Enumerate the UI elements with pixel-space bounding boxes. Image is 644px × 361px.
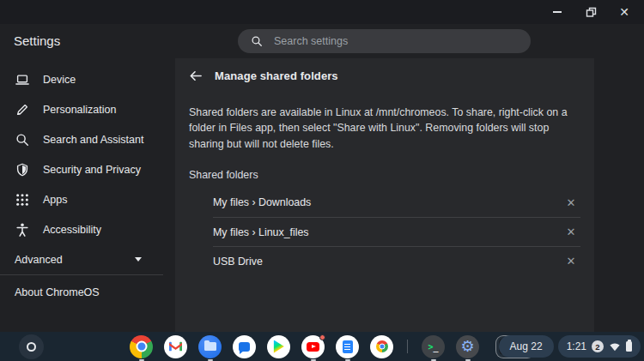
advanced-label: Advanced	[15, 254, 63, 266]
accessibility-icon	[15, 222, 30, 238]
restore-button[interactable]	[585, 6, 597, 18]
sidebar-item-device[interactable]: Device	[0, 64, 175, 94]
launcher-button[interactable]	[19, 334, 44, 359]
page-title: Manage shared folders	[215, 69, 338, 82]
sidebar-item-accessibility[interactable]: Accessibility	[0, 214, 175, 244]
time-label: 1:21	[567, 340, 586, 352]
date-tray-button[interactable]: Aug 22	[499, 335, 554, 358]
shelf-app-docs[interactable]	[336, 335, 359, 358]
shared-folder-row: My files › Downloads ✕	[213, 188, 580, 217]
shared-folders-label: Shared folders	[189, 169, 580, 181]
close-x-icon: ✕	[567, 226, 576, 238]
notification-count-badge: 2	[592, 340, 604, 352]
close-button[interactable]: ✕	[618, 6, 630, 18]
back-button[interactable]	[185, 66, 204, 85]
shelf-app-play-store[interactable]	[267, 335, 290, 358]
sidebar-advanced-toggle[interactable]: Advanced	[0, 244, 175, 274]
sidebar-item-label: Security and Privacy	[43, 164, 141, 176]
close-x-icon: ✕	[567, 196, 576, 209]
battery-icon	[626, 341, 632, 352]
search-settings-input[interactable]: Search settings	[238, 29, 531, 53]
chrome-app-icon	[370, 335, 393, 358]
shelf-separator	[407, 340, 408, 353]
sidebar: Device Personalization Search and Assist…	[0, 58, 175, 332]
status-area: Aug 22 1:21 2	[499, 335, 641, 358]
date-label: Aug 22	[510, 340, 543, 352]
messages-icon	[233, 335, 256, 358]
sidebar-item-search-assistant[interactable]: Search and Assistant	[0, 124, 175, 154]
window-controls: ✕	[551, 0, 630, 24]
remove-folder-button[interactable]: ✕	[562, 252, 580, 271]
notification-dot	[319, 334, 325, 340]
sidebar-item-about-chromeos[interactable]: About ChromeOS	[0, 275, 175, 310]
app-title: Settings	[14, 24, 60, 58]
minimize-button[interactable]	[551, 6, 563, 18]
folder-name: USB Drive	[213, 256, 263, 268]
search-icon	[15, 132, 30, 147]
sidebar-item-label: Search and Assistant	[43, 134, 143, 146]
sidebar-item-apps[interactable]: Apps	[0, 184, 175, 214]
chrome-icon	[130, 335, 153, 358]
close-icon: ✕	[619, 6, 629, 18]
terminal-icon: >_	[422, 335, 445, 358]
chromeos-settings-window: ✕ Settings Search settings Device Person…	[0, 0, 644, 361]
window-titlebar: ✕	[0, 0, 644, 24]
shelf-apps: >_ ⚙	[130, 335, 535, 358]
folder-name: My files › Downloads	[213, 196, 311, 208]
wifi-icon	[609, 341, 621, 352]
shelf-app-terminal[interactable]: >_	[422, 335, 445, 358]
shelf-app-chrome-app[interactable]	[370, 335, 393, 358]
shield-icon	[15, 162, 30, 177]
system-tray-button[interactable]: 1:21 2	[558, 335, 641, 358]
apps-grid-icon	[15, 192, 30, 208]
shelf-app-settings[interactable]: ⚙	[456, 335, 479, 358]
laptop-icon	[15, 72, 30, 87]
shelf-app-gmail[interactable]	[164, 335, 187, 358]
search-icon	[251, 35, 263, 47]
pen-icon	[15, 102, 30, 117]
subpage-header: Manage shared folders	[175, 58, 594, 93]
folder-name: My files › Linux_files	[213, 226, 309, 238]
play-store-icon	[267, 335, 290, 358]
sidebar-item-label: Accessibility	[43, 224, 101, 236]
restore-icon	[586, 7, 597, 18]
remove-folder-button[interactable]: ✕	[562, 223, 580, 242]
shelf: >_ ⚙ Aug 22 1:21	[0, 332, 644, 361]
docs-icon	[336, 335, 359, 358]
files-icon	[198, 335, 222, 358]
shelf-app-youtube[interactable]	[301, 335, 325, 358]
close-x-icon: ✕	[567, 255, 576, 268]
arrow-back-icon	[188, 69, 203, 83]
launcher-icon	[27, 342, 36, 352]
gmail-icon	[164, 335, 187, 358]
chevron-down-icon	[135, 257, 142, 262]
about-label: About ChromeOS	[15, 286, 100, 298]
content-panel: Manage shared folders Shared folders are…	[175, 58, 594, 332]
search-placeholder: Search settings	[274, 35, 348, 47]
remove-folder-button[interactable]: ✕	[562, 193, 580, 212]
shelf-app-chrome[interactable]	[130, 335, 153, 358]
minimize-icon	[553, 11, 562, 13]
sidebar-item-label: Device	[43, 74, 76, 86]
sidebar-item-label: Personalization	[43, 104, 116, 116]
sidebar-item-personalization[interactable]: Personalization	[0, 94, 175, 124]
shared-folder-row: USB Drive ✕	[213, 246, 580, 275]
shelf-app-messages[interactable]	[233, 335, 256, 358]
shared-folders-list: My files › Downloads ✕ My files › Linux_…	[213, 188, 580, 275]
sidebar-item-security-privacy[interactable]: Security and Privacy	[0, 154, 175, 184]
settings-gear-icon: ⚙	[456, 335, 479, 358]
page-description: Shared folders are available in Linux at…	[189, 105, 582, 152]
shelf-app-files[interactable]	[198, 335, 222, 358]
sidebar-item-label: Apps	[43, 194, 68, 206]
shared-folder-row: My files › Linux_files ✕	[213, 217, 580, 246]
